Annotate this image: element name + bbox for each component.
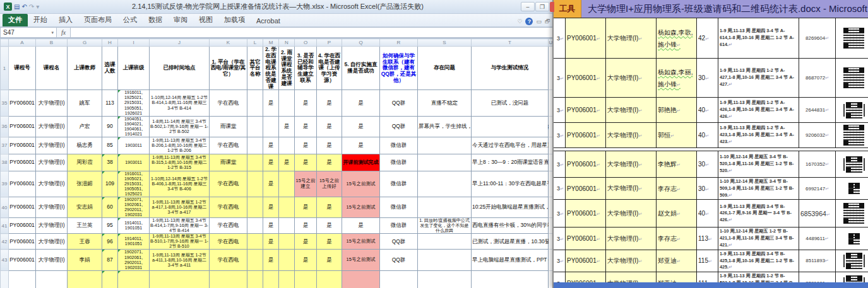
header-l[interactable]: 其它平台名称 [247,47,263,90]
cell-a-row44[interactable]: PY006001 [9,270,36,288]
cell-course-name[interactable]: 大学物理(I)↵ [606,228,657,250]
cell-g-row36[interactable]: 卢宏 [68,116,102,137]
cell-b-row38[interactable]: 大学物理(I) [36,154,68,171]
restore-button[interactable]: ❐ [535,2,549,11]
cell-g-row44[interactable]: 刘世玉 [68,270,102,288]
cell-h-row44[interactable]: 87 [102,270,118,288]
row-header-35[interactable]: 35 [1,90,9,116]
cell-q-row37[interactable]: 是 [342,137,380,154]
cell-s-row43[interactable] [418,250,472,270]
cell-h-row37[interactable]: 85 [102,137,118,154]
cell-g-row42[interactable]: 王蓉 [68,234,102,250]
cell-teacher[interactable]: 赵文娟↵ [657,200,697,228]
cell-n-row37[interactable] [279,137,295,154]
column-header-I[interactable]: I [118,39,150,47]
expand-ribbon-icon[interactable]: 🗗 [545,18,550,25]
cell-r-row43[interactable]: QQ群 [380,250,418,270]
cell-j-row38[interactable]: 1-9周,11-13周 星期五 3-4节 B-315,1-8周,10-16周 星… [150,154,210,171]
cell-i-row36[interactable]: 1904051, 1904021, 1904061, 1914021 [118,116,150,137]
cell-s-row36[interactable]: 屏幕共享，学生掉线，卡顿，导入文件迟钝且没法播放ppt，测试QQ共享屏幕，不卡顿 [418,116,472,137]
cell-course-code[interactable]: PY006001↵ [566,59,606,98]
cell-seq[interactable]: 3↵ [554,228,566,250]
cell-g-row41[interactable]: 王兰英 [68,218,102,234]
cell-schedule[interactable]: 1-10 周,12-14 周 星期五 3-4 节 B-520,1-8 周,11-… [718,151,799,178]
column-header-Q[interactable]: Q [342,39,380,47]
cell-qr[interactable] [836,59,868,98]
header-t[interactable]: 与学生测试情况 [472,47,549,90]
cell-course-name[interactable]: 大学物理(I)↵ [606,98,657,123]
excel-titlebar[interactable]: X ▤ ↶ ↷ ▾ 2.14,15测试反馈-物光学院网上授课准备情况统计表—大物… [0,0,556,14]
cell-a-row38[interactable]: PY006001 [9,154,36,171]
cell-h-row35[interactable]: 113 [102,90,118,116]
column-header-R[interactable]: R [380,39,418,47]
cell-q-row42[interactable]: 15号之前测试 [342,234,380,250]
cell-j-row39[interactable]: 1-10周,12-14周 星期五 1-2节 B-406,1-8周,11-16周 … [150,171,210,197]
ribbon-tab-1[interactable]: 开始 [28,14,53,26]
cell-p-row41[interactable]: 是 [317,218,342,234]
cell-k-row39[interactable]: 学在西电 [210,171,247,197]
header-j[interactable]: 已排时间地点 [150,47,210,90]
save-icon[interactable]: ▤ [14,4,20,10]
cell-l-row39[interactable] [247,171,263,197]
cell-course-code[interactable]: PY006001↵ [566,18,606,59]
ribbon-tab-2[interactable]: 插入 [53,14,78,26]
column-header-A[interactable]: A [9,39,36,47]
cell-a-row41[interactable]: PY006001 [9,218,36,234]
cell-k-row40[interactable]: 学在西电 [210,197,247,218]
cell-h-row43[interactable]: 87 [102,250,118,270]
cell-i-row44[interactable]: 1902911 [118,270,150,288]
cell-a-row39[interactable]: PY006001 [9,171,36,197]
cell-t-row35[interactable]: 已测试，没问题 [472,90,549,116]
column-header-O[interactable]: O [295,39,317,47]
cell-r-row44[interactable]: 微信群 [380,270,418,288]
row-header-36[interactable]: 36 [1,116,9,137]
cell-seq[interactable]: 3↵ [554,200,566,228]
cell-i-row35[interactable]: 1916011, 1925021, 2915031, 1905051, 1926… [118,90,150,116]
cell-p-row42[interactable]: 是 [317,234,342,250]
cell-m-row36[interactable] [263,116,279,137]
cell-p-row43[interactable]: 是 [317,250,342,270]
cell-r-row42[interactable]: QQ群 [380,234,418,250]
cell-schedule[interactable]: 1-9 周,11-13 周 星期四 1-2 节 A-423,1-8 周,10-1… [718,123,799,148]
cell-r-row36[interactable]: QQ群 [380,116,418,137]
column-header-P[interactable]: P [317,39,342,47]
cell-invite-code[interactable]: 2644831↵ [799,98,836,123]
ribbon-tab-0[interactable]: 文件 [3,14,28,26]
cell-invite-code[interactable]: 9206032↵ [799,123,836,148]
cell-invite-code[interactable]: 8511893↵ [799,250,836,272]
cell-count[interactable]: 40↵ [697,123,718,148]
header-i[interactable]: 上课班级 [118,47,150,90]
cell-count[interactable]: 30↵ [697,151,718,178]
cell-q-row40[interactable]: 15号之前测试 [342,197,380,218]
cell-qr[interactable] [836,123,868,148]
cell-seq[interactable]: 3↵ [554,98,566,123]
cell-count[interactable]: 40↵ [697,200,718,228]
cell-s-row37[interactable] [418,137,472,154]
header-r[interactable]: 如何确保与学生联系（建有微信群，建有QQ群，还是其他） [380,47,418,90]
cell-qr[interactable] [836,151,868,178]
cell-i-row41[interactable]: 1914011, 1901051 [118,218,150,234]
cell-qr[interactable] [836,250,868,272]
cell-m-row39[interactable]: 是 [263,171,279,197]
column-header-N[interactable]: N [279,39,295,47]
cell-r-row35[interactable]: QQ群 [380,90,418,116]
cell-b-row39[interactable]: 大学物理(I) [36,171,68,197]
cell-t-row41[interactable]: 西电直播有些卡顿，30%的同学看不到PPT播放成功 [472,218,549,234]
cell-teacher[interactable]: 郭恒↵ [657,123,697,148]
ribbon-tab-8[interactable]: 加载项 [218,14,251,26]
column-header-J[interactable]: J [150,39,210,47]
cell-seq[interactable]: 3↵ [554,272,566,283]
cell-l-row38[interactable] [247,154,263,171]
cell-j-row42[interactable]: 1-9周,11-13周 星期五 3-4节 B-510,1-7周,9-16周 星期… [150,234,210,250]
row-header-37[interactable]: 37 [1,137,9,154]
cell-b-row42[interactable]: 大学物理(I) [36,234,68,250]
cell-k-row42[interactable]: 学在西电 [210,234,247,250]
cell-n-row42[interactable] [279,234,295,250]
cell-i-row42[interactable]: 1914011, 1901051 [118,234,150,250]
cell-o-row38[interactable]: 是 [295,154,317,171]
cell-n-row35[interactable] [279,90,295,116]
cell-q-row38[interactable]: 开课前测试完成 [342,154,380,171]
column-header-K[interactable]: K [210,39,247,47]
cell-invite-code[interactable]: 4489611↵ [799,228,836,250]
cell-g-row39[interactable]: 张沺媚 [68,171,102,197]
